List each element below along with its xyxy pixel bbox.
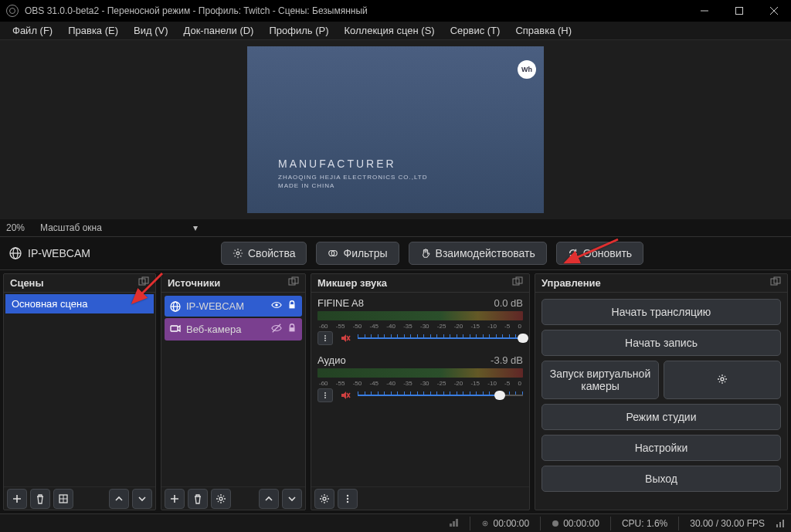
window-title: OBS 31.0.0-beta2 - Переносной режим - Пр… [25, 5, 687, 16]
channel-name: FIFINE A8 [317, 297, 364, 309]
properties-button[interactable]: Свойства [221, 242, 307, 265]
cpu-status: CPU: 1.6% [622, 518, 667, 529]
menu-help[interactable]: Справка (H) [508, 23, 579, 38]
controls-dock: Управление Начать трансляцию Начать запи… [535, 273, 788, 510]
preview-area[interactable]: Wh MANUFACTURER ZHAOQING HEJIA ELECTRONI… [0, 40, 791, 219]
volume-slider[interactable] [358, 390, 523, 401]
lock-icon[interactable] [287, 323, 297, 336]
sources-header: Источники [161, 274, 305, 293]
start-record-button[interactable]: Начать запись [541, 330, 781, 356]
channel-menu-button[interactable] [317, 388, 333, 402]
preview-frame[interactable]: Wh MANUFACTURER ZHAOQING HEJIA ELECTRONI… [247, 46, 544, 213]
popout-icon[interactable] [138, 276, 149, 290]
scene-filter-button[interactable] [53, 489, 73, 509]
svg-point-41 [347, 500, 348, 502]
popout-icon[interactable] [288, 276, 299, 290]
svg-rect-21 [290, 304, 295, 308]
popout-icon[interactable] [512, 276, 523, 290]
svg-point-20 [275, 303, 278, 307]
source-item-webcam[interactable]: Веб-камера [165, 318, 302, 341]
controls-title: Управление [541, 277, 601, 289]
source-label: IP-WEBCAM [186, 300, 244, 312]
mixer-settings-button[interactable] [314, 489, 334, 509]
minimize-button[interactable] [687, 0, 721, 22]
preview-line1: MANUFACTURER [278, 158, 427, 170]
filters-icon [328, 248, 338, 259]
add-scene-button[interactable] [7, 489, 27, 509]
zoom-dropdown-icon[interactable]: ▾ [193, 222, 198, 233]
maximize-button[interactable] [721, 0, 756, 22]
menu-file[interactable]: Файл (F) [5, 23, 60, 38]
zoom-percent[interactable]: 20% [6, 222, 37, 233]
svg-rect-24 [290, 327, 295, 331]
studio-mode-button[interactable]: Режим студии [541, 404, 781, 430]
add-source-button[interactable] [165, 489, 185, 509]
move-source-up-button[interactable] [259, 489, 279, 509]
mixer-channel: Аудио-3.9 dB -60-55-50-45-40-35-30-25-20… [313, 351, 528, 408]
svg-point-7 [236, 252, 239, 255]
preview-line3: MADE IN CHINA [278, 181, 427, 190]
move-scene-up-button[interactable] [109, 489, 129, 509]
audio-meter [317, 368, 523, 378]
start-stream-button[interactable]: Начать трансляцию [541, 299, 781, 325]
remove-scene-button[interactable] [30, 489, 50, 509]
virtual-cam-settings-button[interactable] [664, 361, 781, 399]
close-button[interactable] [756, 0, 791, 22]
filters-button[interactable]: Фильтры [316, 242, 399, 265]
menu-docks[interactable]: Док-панели (D) [176, 23, 262, 38]
lock-icon[interactable] [287, 300, 297, 313]
remove-source-button[interactable] [188, 489, 208, 509]
menu-view[interactable]: Вид (V) [126, 23, 175, 38]
zoom-mode-label[interactable]: Масштаб окна [40, 222, 102, 233]
camera-icon [169, 322, 182, 337]
record-icon [552, 520, 559, 527]
menu-scene-collection[interactable]: Коллекция сцен (S) [337, 23, 443, 38]
svg-point-38 [323, 497, 326, 500]
popout-icon[interactable] [770, 276, 781, 290]
volume-slider[interactable] [358, 333, 523, 344]
mixer-menu-button[interactable] [338, 489, 358, 509]
move-scene-down-button[interactable] [132, 489, 152, 509]
svg-rect-50 [783, 520, 784, 527]
menu-profile[interactable]: Профиль (P) [261, 23, 336, 38]
refresh-button[interactable]: Обновить [556, 242, 643, 265]
source-context-toolbar: IP-WEBCAM Свойства Фильтры Взаимодейство… [0, 236, 791, 270]
svg-point-28 [324, 335, 326, 337]
menubar: Файл (F) Правка (E) Вид (V) Док-панели (… [0, 22, 791, 40]
exit-button[interactable]: Выход [541, 466, 781, 492]
svg-rect-1 [735, 8, 742, 15]
zoom-bar: 20% Масштаб окна ▾ [0, 219, 791, 236]
settings-button[interactable]: Настройки [541, 435, 781, 461]
scenes-dock: Сцены Основная сцена [3, 273, 156, 510]
interact-button[interactable]: Взаимодействовать [409, 242, 547, 265]
svg-point-33 [324, 392, 326, 394]
source-item-ipwebcam[interactable]: IP-WEBCAM [165, 296, 302, 317]
statusbar: 00:00:00 00:00:00 CPU: 1.6% 30.00 / 30.0… [0, 513, 791, 532]
menu-edit[interactable]: Правка (E) [60, 23, 126, 38]
mute-button[interactable] [338, 388, 353, 402]
eye-icon[interactable] [271, 300, 282, 313]
titlebar: OBS 31.0.0-beta2 - Переносной режим - Пр… [0, 0, 791, 22]
channel-menu-button[interactable] [317, 331, 333, 345]
context-source-name: IP-WEBCAM [9, 247, 148, 259]
move-source-down-button[interactable] [282, 489, 302, 509]
eye-off-icon[interactable] [271, 323, 282, 336]
source-properties-button[interactable] [211, 489, 231, 509]
start-virtual-cam-button[interactable]: Запуск виртуальной камеры [541, 361, 659, 399]
refresh-icon [568, 248, 579, 259]
network-indicator [450, 518, 459, 529]
docks-area: Сцены Основная сцена Источники IP-WEBCAM [0, 270, 791, 513]
scenes-header: Сцены [4, 274, 155, 293]
svg-point-25 [219, 497, 222, 500]
menu-tools[interactable]: Сервис (T) [443, 23, 508, 38]
scenes-footer [4, 486, 155, 510]
globe-icon [9, 247, 22, 259]
svg-point-47 [552, 520, 558, 527]
svg-point-39 [347, 494, 348, 496]
mute-button[interactable] [338, 331, 353, 345]
stats-icon[interactable] [776, 519, 785, 528]
svg-point-29 [324, 337, 326, 339]
scene-item[interactable]: Основная сцена [5, 294, 154, 313]
channel-db: -3.9 dB [491, 354, 523, 366]
preview-brand-logo: Wh [518, 60, 536, 79]
